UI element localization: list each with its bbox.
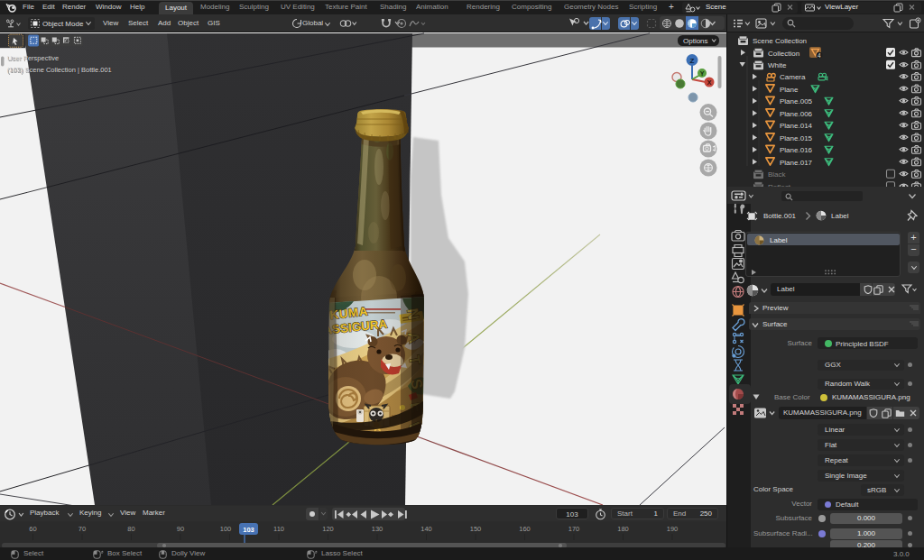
svg-text:Options: Options (683, 37, 708, 45)
svg-text:Plane: Plane (780, 86, 799, 94)
svg-text:90: 90 (177, 525, 184, 533)
svg-text:Z: Z (690, 57, 695, 65)
svg-text:Black: Black (768, 170, 787, 179)
svg-text:(103) Scene Collection | Bottl: (103) Scene Collection | Bottle.001 (7, 66, 112, 74)
svg-text:70: 70 (79, 525, 86, 533)
svg-text:Plane.006: Plane.006 (780, 110, 813, 118)
svg-text:Plane.005: Plane.005 (780, 97, 813, 106)
svg-text:120: 120 (322, 525, 334, 533)
svg-text:Plane.017: Plane.017 (780, 159, 813, 167)
svg-text:Plane.014: Plane.014 (780, 122, 813, 130)
svg-text:103: 103 (243, 526, 254, 534)
svg-text:Camera: Camera (780, 73, 806, 81)
svg-text:Plane.016: Plane.016 (780, 146, 813, 154)
svg-text:190: 190 (667, 525, 679, 533)
svg-text:180: 180 (617, 525, 629, 533)
svg-text:Collection: Collection (768, 50, 799, 58)
svg-text:160: 160 (519, 525, 531, 533)
svg-text:Y: Y (700, 70, 705, 77)
svg-text:130: 130 (372, 525, 383, 533)
svg-text:White: White (768, 61, 787, 69)
svg-text:110: 110 (273, 525, 284, 533)
svg-text:150: 150 (470, 525, 482, 533)
svg-text:170: 170 (568, 525, 580, 533)
svg-text:Plane.015: Plane.015 (780, 134, 813, 142)
svg-text:100: 100 (220, 525, 232, 533)
svg-text:User Perspective: User Perspective (7, 54, 59, 62)
svg-text:4: 4 (818, 52, 821, 59)
svg-text:140: 140 (420, 525, 432, 533)
svg-text:Scene Collection: Scene Collection (753, 37, 807, 45)
svg-text:X: X (707, 78, 711, 87)
svg-text:60: 60 (29, 525, 36, 533)
svg-text:80: 80 (127, 525, 134, 533)
